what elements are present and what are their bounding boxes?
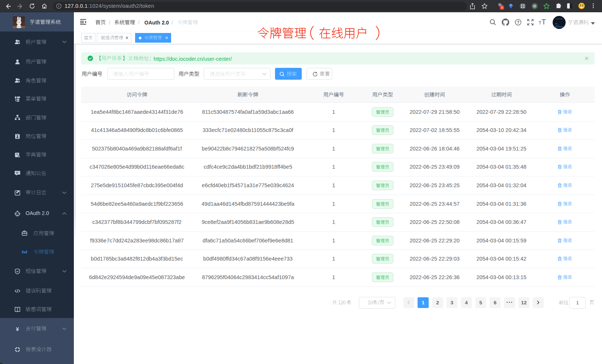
svg-text:a: a	[24, 250, 26, 254]
svg-text:¥: ¥	[16, 326, 19, 332]
svg-text:?: ?	[517, 20, 520, 24]
